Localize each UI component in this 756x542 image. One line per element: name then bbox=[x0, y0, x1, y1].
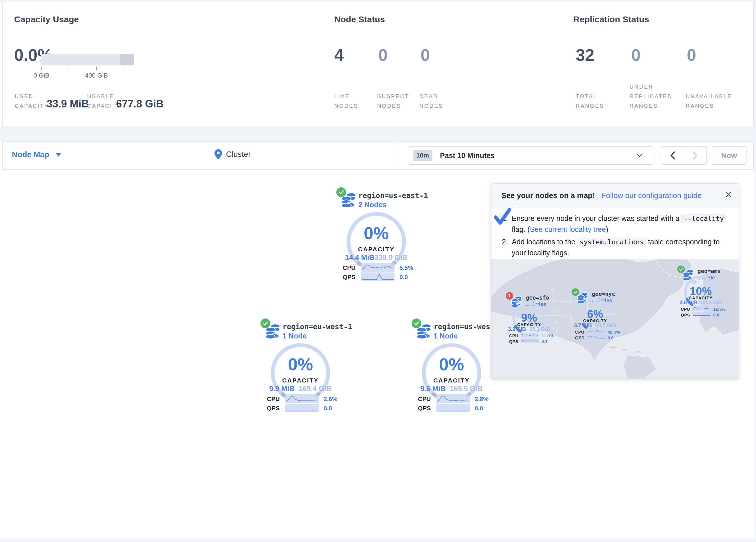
chevron-down-icon bbox=[56, 153, 61, 157]
healthy-check-icon bbox=[336, 187, 346, 197]
cpu-value: 2.8% bbox=[475, 396, 489, 403]
cpu-value: 2.6% bbox=[324, 396, 337, 403]
locality-node-count: 1 Node bbox=[282, 332, 307, 340]
locality-label: geo=nyc bbox=[592, 291, 615, 297]
capacity-values: 9.9 MiB 169.4 GiB bbox=[269, 385, 332, 393]
axis-label-0: 0 GiB bbox=[24, 72, 59, 79]
qps-value: 0.0 bbox=[399, 274, 408, 281]
page-bottom-strip bbox=[0, 538, 756, 542]
qps-sparkline bbox=[361, 273, 394, 282]
step-1: 1. Ensure every node in your cluster was… bbox=[502, 213, 732, 235]
close-icon[interactable]: ✕ bbox=[725, 190, 732, 199]
cpu-value: 12.3% bbox=[713, 307, 726, 312]
mini-node-ams[interactable]: geo=ams 1 Node 10% CAPACITY 3.6 GiB 34.4… bbox=[673, 265, 728, 318]
capacity-percent: 0% bbox=[257, 354, 344, 374]
locality-node-us-east-1[interactable]: region=us-east-1 2 Nodes 0% CAPACITY 14.… bbox=[333, 187, 420, 285]
cpu-label: CPU bbox=[343, 264, 355, 271]
qps-value: 0.0 bbox=[475, 405, 483, 412]
mini-node-sfo[interactable]: 1 geo=sfo 2 Nodes 9% CAPACITY 3.2 GiB 35… bbox=[502, 292, 557, 345]
nodes-on-map-popup: See your nodes on a map! Follow our conf… bbox=[491, 183, 739, 379]
axis-tick bbox=[69, 67, 69, 70]
locality-node-us-west-1[interactable]: region=us-west-1 1 Node 0% CAPACITY 9.6 … bbox=[408, 318, 495, 416]
live-nodes-label: LIVE NODES bbox=[334, 91, 358, 111]
node-status-title: Node Status bbox=[334, 14, 385, 24]
qps-label: QPS bbox=[267, 405, 280, 412]
page-right-gutter bbox=[754, 2, 756, 538]
healthy-check-icon bbox=[677, 265, 685, 273]
capacity-used: 3.6 GiB bbox=[680, 300, 698, 306]
cpu-label: CPU bbox=[509, 333, 518, 338]
qps-sparkline bbox=[285, 404, 319, 414]
cpu-label: CPU bbox=[575, 330, 584, 335]
qps-sparkline bbox=[436, 404, 470, 414]
capacity-word: CAPACITY bbox=[333, 246, 420, 253]
suspect-nodes-value: 0 bbox=[378, 45, 388, 65]
cpu-label: CPU bbox=[418, 396, 431, 403]
error-badge: 1 bbox=[506, 292, 513, 300]
time-range-select[interactable]: 10m Past 10 Minutes bbox=[408, 146, 653, 165]
cpu-sparkline bbox=[521, 333, 539, 339]
dead-nodes-value: 0 bbox=[421, 45, 430, 65]
total-ranges-value: 32 bbox=[576, 45, 594, 65]
chevron-right-icon bbox=[693, 151, 698, 159]
mini-node-nyc[interactable]: geo=nyc 2 Nodes 6% CAPACITY 3.7 GiB 65.7… bbox=[568, 289, 623, 341]
under-replicated-value: 0 bbox=[631, 45, 641, 65]
replication-status-title: Replication Status bbox=[573, 14, 649, 24]
axis-tick bbox=[124, 67, 124, 70]
time-forward-button[interactable] bbox=[684, 146, 707, 164]
cpu-sparkline bbox=[587, 329, 605, 335]
qps-sparkline bbox=[521, 339, 539, 344]
locality-node-eu-west-1[interactable]: region=eu-west-1 1 Node 0% CAPACITY 9.9 … bbox=[257, 318, 344, 416]
time-range-badge: 10m bbox=[413, 150, 432, 161]
capacity-total: 169.4 GiB bbox=[299, 385, 332, 393]
now-button[interactable]: Now bbox=[712, 146, 746, 165]
axis-tick bbox=[96, 67, 97, 70]
qps-label: QPS bbox=[343, 274, 355, 281]
breadcrumb-cluster: Cluster bbox=[226, 150, 251, 159]
section-gap bbox=[0, 127, 756, 141]
axis-label-400: 400 GiB bbox=[79, 72, 114, 79]
usable-capacity-value: 677.8 GiB bbox=[116, 98, 164, 110]
cpu-value: 11.0% bbox=[542, 333, 554, 338]
healthy-check-icon bbox=[260, 319, 270, 328]
locality-tree-link[interactable]: See current locality tree bbox=[530, 225, 606, 233]
cpu-value: 5.5% bbox=[399, 264, 413, 271]
cpu-sparkline bbox=[285, 394, 319, 404]
qps-value: 4.7 bbox=[542, 339, 548, 344]
capacity-usage-title: Capacity Usage bbox=[14, 14, 79, 24]
qps-label: QPS bbox=[681, 313, 690, 317]
cpu-label: CPU bbox=[681, 307, 690, 312]
capacity-word: CAPACITY bbox=[257, 377, 344, 384]
capacity-total: 34.4 GiB bbox=[701, 300, 722, 306]
time-back-button[interactable] bbox=[661, 146, 684, 164]
unavailable-ranges-label: UNAVAILABLE RANGES bbox=[686, 91, 732, 111]
capacity-used: 14.4 MiB bbox=[345, 253, 374, 262]
locality-label: region=eu-west-1 bbox=[282, 323, 352, 331]
configuration-guide-link[interactable]: Follow our configuration guide bbox=[601, 191, 702, 200]
time-range-label: Past 10 Minutes bbox=[440, 151, 495, 160]
dead-nodes-label: DEAD NODES bbox=[419, 91, 443, 111]
capacity-used: 3.7 GiB bbox=[574, 323, 592, 329]
system-locations-code: system.locations bbox=[577, 238, 646, 246]
step-2: 2. Add locations to the system.locations… bbox=[502, 236, 732, 258]
axis-tick bbox=[41, 67, 42, 70]
view-selector-dropdown[interactable]: Node Map bbox=[12, 150, 61, 159]
qps-label: QPS bbox=[509, 339, 518, 344]
cpu-sparkline bbox=[436, 394, 470, 404]
unavailable-value: 0 bbox=[687, 45, 696, 65]
location-pin-icon bbox=[214, 149, 222, 159]
live-nodes-value: 4 bbox=[334, 45, 344, 65]
cpu-label: CPU bbox=[267, 396, 280, 403]
capacity-used: 3.2 GiB bbox=[508, 326, 526, 333]
capacity-used: 9.6 MiB bbox=[420, 385, 446, 393]
total-ranges-label: TOTAL RANGES bbox=[576, 91, 604, 111]
view-selector-label: Node Map bbox=[12, 150, 49, 159]
capacity-values: 3.6 GiB 34.4 GiB bbox=[680, 300, 722, 306]
breadcrumb[interactable]: Cluster bbox=[214, 149, 251, 159]
popup-header: See your nodes on a map! Follow our conf… bbox=[491, 183, 739, 208]
capacity-total: 35.1 GiB bbox=[529, 326, 550, 333]
popup-steps: 1. Ensure every node in your cluster was… bbox=[502, 213, 732, 260]
locality-flag-code: --locality bbox=[681, 214, 726, 223]
capacity-values: 3.2 GiB 35.1 GiB bbox=[508, 326, 550, 333]
cpu-value: 42.5% bbox=[608, 330, 620, 335]
